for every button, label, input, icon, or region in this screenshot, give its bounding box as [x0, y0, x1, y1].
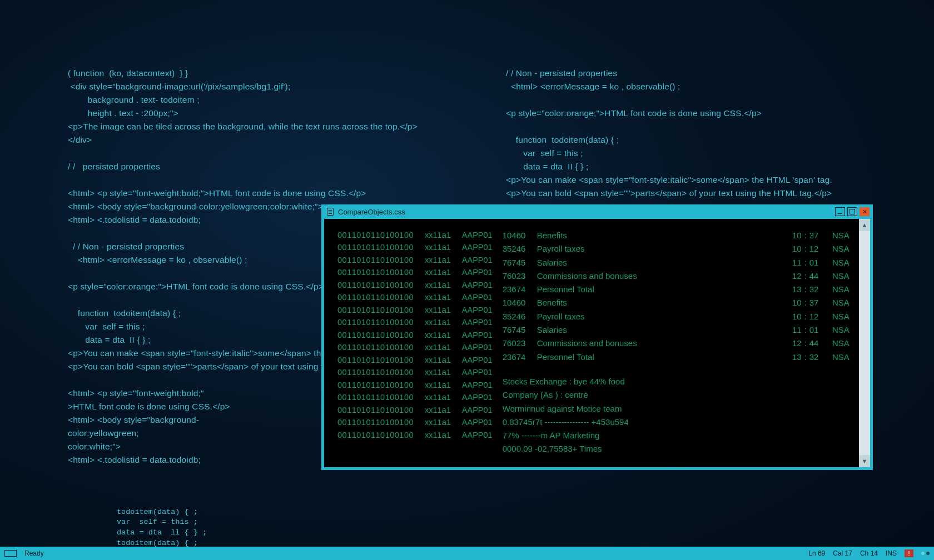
hex-cell: 0011010110100100	[337, 316, 414, 328]
hex-cell: AAPP01	[462, 279, 493, 291]
hex-cell: AAPP01	[462, 404, 493, 416]
row-label: Personnel Total	[537, 283, 792, 296]
hex-row: 0011010110100100xx11a1AAPP01	[337, 341, 493, 353]
hex-cell: xx11a1	[425, 391, 451, 403]
hex-cell: xx11a1	[425, 241, 451, 253]
row-org: NSA	[832, 242, 860, 256]
extra-line: 0.83745r7t ---------------- +453u594	[503, 416, 860, 429]
dot-icon	[926, 552, 930, 555]
hex-cell: xx11a1	[425, 316, 451, 328]
hex-row: 0011010110100100xx11a1AAPP01	[337, 266, 493, 278]
hex-cell: xx11a1	[425, 416, 451, 428]
scroll-up-icon[interactable]: ▲	[859, 219, 870, 231]
row-label: Salaries	[537, 323, 792, 337]
row-id: 35246	[503, 310, 537, 323]
extra-line: Stocks Exchange : bye 44% food	[503, 375, 860, 388]
row-time: 11:01	[792, 256, 832, 269]
row-label: Commissions and bonuses	[537, 337, 792, 350]
row-id: 10460	[503, 229, 537, 242]
row-org: NSA	[832, 269, 860, 283]
hex-cell: xx11a1	[425, 379, 451, 391]
hex-row: 0011010110100100xx11a1AAPP01	[337, 329, 493, 341]
hex-cell: xx11a1	[425, 366, 451, 378]
hex-cell: 0011010110100100	[337, 366, 414, 378]
row-label: Commissions and bonuses	[537, 269, 792, 283]
extra-line: Company (As ) : centre	[503, 388, 860, 402]
table-row: 35246Payroll taxes10:12NSA	[503, 310, 860, 323]
hex-cell: AAPP01	[462, 429, 493, 441]
hex-cell: 0011010110100100	[337, 266, 414, 278]
hex-cell: 0011010110100100	[337, 404, 414, 416]
close-button[interactable]	[860, 207, 870, 216]
hex-row: 0011010110100100xx11a1AAPP01	[337, 241, 493, 253]
row-label: Benefits	[537, 296, 792, 309]
hex-row: 0011010110100100xx11a1AAPP01	[337, 279, 493, 291]
status-bar: Ready Ln 69 Cal 17 Ch 14 INS !	[0, 547, 934, 560]
table-row: 76745Salaries11:01NSA	[503, 323, 860, 337]
hex-row: 0011010110100100xx11a1AAPP01	[337, 304, 493, 316]
row-org: NSA	[832, 296, 860, 309]
hex-cell: 0011010110100100	[337, 304, 414, 316]
hex-cell: AAPP01	[462, 329, 493, 341]
row-label: Payroll taxes	[537, 310, 792, 323]
extra-line: 77% -------m AP Marketing	[503, 429, 860, 442]
row-org: NSA	[832, 283, 860, 296]
dot-icon	[921, 552, 925, 555]
hex-cell: xx11a1	[425, 429, 451, 441]
hex-row: 0011010110100100xx11a1AAPP01	[337, 391, 493, 403]
hex-cell: AAPP01	[462, 316, 493, 328]
hex-row: 0011010110100100xx11a1AAPP01	[337, 366, 493, 378]
row-org: NSA	[832, 256, 860, 269]
status-line: Ln 69	[808, 549, 825, 557]
warning-icon[interactable]: !	[905, 549, 913, 557]
hex-cell: xx11a1	[425, 279, 451, 291]
row-time: 13:32	[792, 351, 832, 364]
extra-line: Worminnud against Motice team	[503, 402, 860, 416]
hex-cell: 0011010110100100	[337, 254, 414, 266]
status-char: Ch 14	[860, 549, 878, 557]
hex-cell: AAPP01	[462, 416, 493, 428]
hex-row: 0011010110100100xx11a1AAPP01	[337, 291, 493, 303]
hex-cell: xx11a1	[425, 341, 451, 353]
window-title: CompareObjects.css	[338, 208, 405, 216]
row-org: NSA	[832, 323, 860, 337]
row-time: 10:12	[792, 242, 832, 256]
row-time: 12:44	[792, 337, 832, 350]
status-dots	[921, 552, 930, 555]
window-body: 0011010110100100xx11a1AAPP01001101011010…	[324, 219, 870, 467]
hex-cell: 0011010110100100	[337, 329, 414, 341]
window-controls	[835, 207, 870, 216]
table-row: 76023Commissions and bonuses12:44NSA	[503, 337, 860, 350]
hex-cell: AAPP01	[462, 379, 493, 391]
row-id: 10460	[503, 296, 537, 309]
hex-cell: AAPP01	[462, 391, 493, 403]
status-insert-mode: INS	[886, 549, 897, 557]
row-label: Personnel Total	[537, 351, 792, 364]
maximize-button[interactable]	[847, 207, 857, 216]
hex-cell: xx11a1	[425, 354, 451, 366]
hex-row: 0011010110100100xx11a1AAPP01	[337, 404, 493, 416]
table-row: 10460Benefits10:37NSA	[503, 229, 860, 242]
row-org: NSA	[832, 351, 860, 364]
row-org: NSA	[832, 310, 860, 323]
scrollbar[interactable]: ▲ ▼	[859, 219, 870, 467]
hex-row: 0011010110100100xx11a1AAPP01	[337, 354, 493, 366]
row-label: Payroll taxes	[537, 242, 792, 256]
row-time: 12:44	[792, 269, 832, 283]
hex-cell: 0011010110100100	[337, 341, 414, 353]
window-titlebar[interactable]: CompareObjects.css	[321, 204, 873, 219]
hex-cell: AAPP01	[462, 291, 493, 303]
scroll-down-icon[interactable]: ▼	[859, 455, 870, 467]
row-org: NSA	[832, 229, 860, 242]
row-id: 76023	[503, 269, 537, 283]
minimize-button[interactable]	[835, 207, 845, 216]
hex-cell: 0011010110100100	[337, 279, 414, 291]
hex-cell: xx11a1	[425, 229, 451, 241]
hex-cell: 0011010110100100	[337, 379, 414, 391]
table-row: 23674Personnel Total13:32NSA	[503, 351, 860, 364]
row-id: 23674	[503, 351, 537, 364]
table-row: 76745Salaries11:01NSA	[503, 256, 860, 269]
status-column: Cal 17	[833, 549, 852, 557]
scroll-track[interactable]	[859, 231, 870, 455]
hex-cell: 0011010110100100	[337, 416, 414, 428]
